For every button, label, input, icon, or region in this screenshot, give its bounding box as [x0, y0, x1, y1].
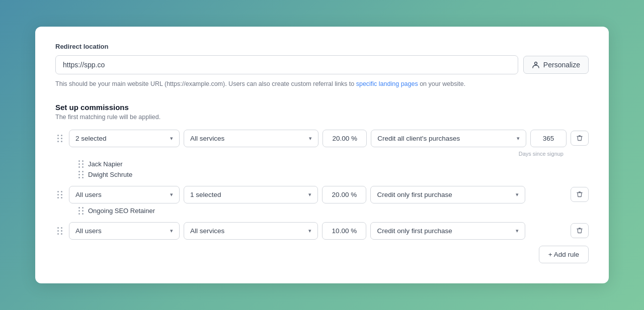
services-select-3[interactable]: All services ▾ — [184, 222, 318, 240]
rule-row-1: 2 selected ▾ All services ▾ Credit all c… — [55, 130, 589, 180]
settings-card: Redirect location Personalize This shoul… — [35, 27, 609, 283]
expanded-items-1: Jack Napier Dwight Schrute — [78, 159, 589, 180]
drag-handle-2[interactable] — [55, 190, 65, 199]
drag-dots — [78, 160, 84, 168]
trash-icon — [576, 135, 583, 142]
personalize-label: Personalize — [543, 61, 580, 69]
chevron-down-icon: ▾ — [516, 228, 519, 234]
rule-row-3: All users ▾ All services ▾ Credit only f… — [55, 222, 589, 240]
commissions-subtitle: The first matching rule will be applied. — [55, 114, 589, 121]
delete-button-1[interactable] — [571, 131, 589, 146]
drag-handle-3[interactable] — [55, 226, 65, 236]
redirect-label: Redirect location — [55, 43, 589, 50]
drag-dots — [78, 207, 84, 215]
chevron-down-icon: ▾ — [170, 135, 173, 142]
expanded-items-2: Ongoing SEO Retainer — [78, 205, 589, 216]
help-text: This should be your main website URL (ht… — [55, 79, 589, 89]
days-input-1[interactable] — [530, 130, 567, 147]
delete-button-3[interactable] — [571, 223, 589, 238]
services-select-2[interactable]: 1 selected ▾ — [184, 186, 318, 203]
days-since-label-1: Days since signup — [519, 151, 564, 157]
credit-select-2[interactable]: Credit only first purchase ▾ — [370, 186, 525, 203]
chevron-down-icon: ▾ — [309, 135, 312, 142]
services-select-1[interactable]: All services ▾ — [184, 130, 318, 147]
add-rule-button[interactable]: + Add rule — [539, 246, 589, 263]
chevron-down-icon: ▾ — [308, 228, 311, 234]
delete-button-2[interactable] — [571, 187, 589, 202]
chevron-down-icon: ▾ — [308, 191, 311, 198]
list-item: Jack Napier — [78, 159, 589, 169]
url-input[interactable] — [55, 55, 518, 74]
drag-handle-1[interactable] — [55, 134, 65, 143]
credit-select-1[interactable]: Credit all client's purchases ▾ — [371, 130, 526, 147]
landing-pages-link[interactable]: specific landing pages — [356, 80, 418, 87]
trash-icon — [576, 191, 583, 198]
users-select-3[interactable]: All users ▾ — [69, 222, 180, 240]
list-item: Ongoing SEO Retainer — [78, 205, 589, 216]
rule-row-2: All users ▾ 1 selected ▾ Credit only fir… — [55, 186, 589, 216]
percent-input-3[interactable] — [322, 222, 366, 240]
users-select-2[interactable]: All users ▾ — [69, 186, 180, 203]
personalize-button[interactable]: Personalize — [523, 56, 589, 74]
percent-input-2[interactable] — [322, 186, 366, 203]
drag-dots — [78, 171, 84, 178]
chevron-down-icon: ▾ — [170, 191, 173, 198]
chevron-down-icon: ▾ — [516, 191, 519, 198]
credit-select-3[interactable]: Credit only first purchase ▾ — [370, 222, 525, 240]
percent-input-1[interactable] — [323, 130, 367, 147]
commissions-title: Set up commissions — [55, 103, 589, 112]
chevron-down-icon: ▾ — [517, 135, 520, 142]
users-select-1[interactable]: 2 selected ▾ — [69, 130, 180, 147]
trash-icon — [576, 227, 583, 234]
personalize-icon — [532, 61, 540, 69]
chevron-down-icon: ▾ — [170, 228, 173, 234]
svg-point-0 — [534, 62, 537, 65]
list-item: Dwight Schrute — [78, 169, 589, 180]
